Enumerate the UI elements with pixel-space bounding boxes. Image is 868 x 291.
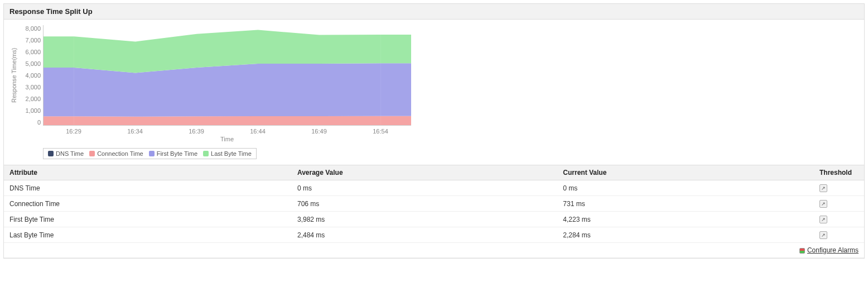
table-row: DNS Time0 ms0 ms↗ xyxy=(4,180,864,196)
table-row: First Byte Time3,982 ms4,223 ms↗ xyxy=(4,212,864,227)
legend-item[interactable]: DNS Time xyxy=(48,150,84,157)
col-threshold: Threshold xyxy=(814,165,864,180)
cell-attribute: DNS Time xyxy=(4,180,292,196)
threshold-edit-icon[interactable]: ↗ xyxy=(819,200,827,208)
chart-container: Response Time(ms) 8,0007,0006,0005,0004,… xyxy=(4,20,864,164)
legend-label: DNS Time xyxy=(56,150,84,157)
cell-threshold: ↗ xyxy=(814,196,864,212)
legend-swatch xyxy=(149,151,155,156)
legend-label: Last Byte Time xyxy=(211,150,252,157)
table-row: Last Byte Time2,484 ms2,284 ms↗ xyxy=(4,227,864,243)
cell-attribute: Connection Time xyxy=(4,196,292,212)
ytick: 1,000 xyxy=(18,107,41,114)
chart-xticks: 16:2916:3416:3916:4416:4916:54 xyxy=(43,126,411,135)
cell-threshold: ↗ xyxy=(814,227,864,243)
cell-attribute: First Byte Time xyxy=(4,212,292,227)
cell-current: 731 ms xyxy=(557,196,814,212)
xtick: 16:39 xyxy=(166,128,227,135)
cell-average: 3,982 ms xyxy=(292,212,557,227)
chart-ylabel: Response Time(ms) xyxy=(9,25,18,126)
cell-threshold: ↗ xyxy=(814,180,864,196)
panel-title: Response Time Split Up xyxy=(4,4,864,20)
legend-item[interactable]: Last Byte Time xyxy=(203,150,252,157)
chart-yticks: 8,0007,0006,0005,0004,0003,0002,0001,000… xyxy=(18,25,43,126)
configure-alarms-link[interactable]: Configure Alarms xyxy=(807,246,859,254)
ytick: 6,000 xyxy=(18,49,41,55)
xtick: 16:44 xyxy=(227,128,288,135)
response-time-panel: Response Time Split Up Response Time(ms)… xyxy=(3,3,865,259)
chart-series-area xyxy=(74,116,380,125)
cell-current: 4,223 ms xyxy=(557,212,814,227)
col-attribute: Attribute xyxy=(4,165,292,180)
cell-current: 0 ms xyxy=(557,180,814,196)
legend-swatch xyxy=(48,151,54,156)
ytick: 4,000 xyxy=(18,72,41,79)
col-current: Current Value xyxy=(557,165,814,180)
legend-swatch xyxy=(203,151,209,156)
alarm-status-icon xyxy=(799,248,805,254)
chart-plot-area xyxy=(43,25,411,126)
chart-legend: DNS TimeConnection TimeFirst Byte TimeLa… xyxy=(43,148,257,159)
cell-current: 2,284 ms xyxy=(557,227,814,243)
threshold-edit-icon[interactable]: ↗ xyxy=(819,216,827,223)
col-average: Average Value xyxy=(292,165,557,180)
chart-xlabel: Time xyxy=(43,135,411,146)
cell-attribute: Last Byte Time xyxy=(4,227,292,243)
ytick: 8,000 xyxy=(18,25,41,32)
cell-average: 2,484 ms xyxy=(292,227,557,243)
xtick: 16:29 xyxy=(43,128,104,135)
metrics-table: Attribute Average Value Current Value Th… xyxy=(4,165,864,258)
xtick: 16:49 xyxy=(288,128,350,135)
ytick: 5,000 xyxy=(18,60,41,67)
legend-item[interactable]: Connection Time xyxy=(89,150,143,157)
threshold-edit-icon[interactable]: ↗ xyxy=(819,231,827,239)
legend-swatch xyxy=(89,151,95,156)
xtick: 16:54 xyxy=(350,128,411,135)
ytick: 7,000 xyxy=(18,37,41,44)
cell-threshold: ↗ xyxy=(814,212,864,227)
xtick: 16:34 xyxy=(104,128,166,135)
cell-average: 706 ms xyxy=(292,196,557,212)
ytick: 3,000 xyxy=(18,84,41,90)
threshold-edit-icon[interactable]: ↗ xyxy=(819,184,827,192)
ytick: 2,000 xyxy=(18,96,41,102)
legend-label: Connection Time xyxy=(97,150,143,157)
legend-label: First Byte Time xyxy=(157,150,197,157)
cell-average: 0 ms xyxy=(292,180,557,196)
legend-item[interactable]: First Byte Time xyxy=(149,150,197,157)
ytick: 0 xyxy=(18,119,41,126)
table-row: Connection Time706 ms731 ms↗ xyxy=(4,196,864,212)
